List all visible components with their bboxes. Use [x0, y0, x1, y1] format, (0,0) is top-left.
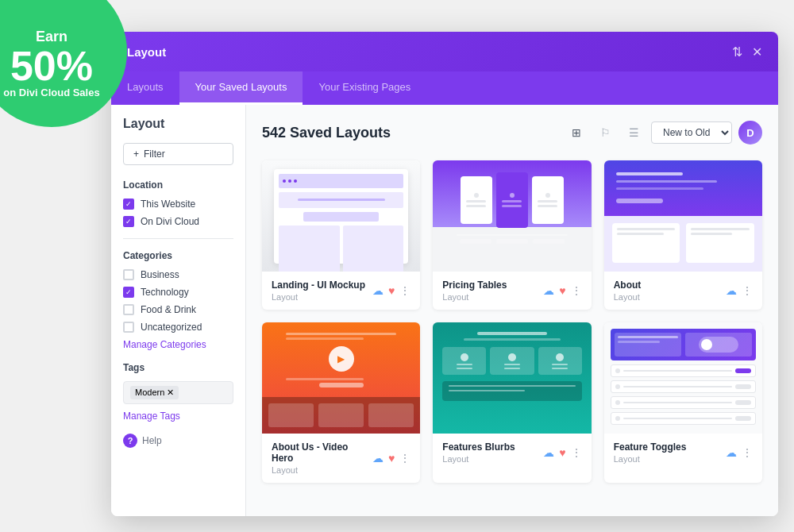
business-label: Business: [141, 269, 179, 280]
card1-cloud-icon[interactable]: ☁: [372, 284, 384, 297]
card4-type: Layout: [272, 465, 372, 475]
card3-more-icon[interactable]: ⋮: [742, 284, 753, 297]
location-title: Location: [123, 179, 233, 191]
card4-footer: About Us - Video Hero Layout ☁ ♥ ⋮: [262, 434, 420, 483]
modal-title: Layout: [127, 45, 732, 59]
card2-actions: ☁ ♥ ⋮: [543, 284, 581, 297]
card4-actions: ☁ ♥ ⋮: [372, 452, 410, 465]
play-button-icon: ▶: [329, 346, 354, 372]
view-controls: ⊞ ⚐ ☰ New to Old Old to New A-Z Z-A D: [565, 121, 762, 145]
manage-categories-link[interactable]: Manage Categories: [123, 339, 233, 350]
card5-cloud-icon[interactable]: ☁: [543, 446, 554, 459]
card2-preview: [433, 160, 591, 272]
card3-type: Layout: [614, 292, 726, 302]
card1-actions: ☁ ♥ ⋮: [372, 284, 410, 297]
card2-info: Pricing Tables Layout: [442, 279, 543, 302]
sort-icon[interactable]: ⇅: [732, 44, 742, 60]
filter-technology[interactable]: Technology: [123, 287, 233, 298]
modal-header: Layout ⇅ ✕: [111, 32, 778, 71]
card5-heart-icon[interactable]: ♥: [559, 446, 565, 459]
tab-existing-pages[interactable]: Your Existing Pages: [303, 71, 426, 105]
manage-tags-link[interactable]: Manage Tags: [123, 411, 233, 422]
user-avatar[interactable]: D: [738, 121, 762, 145]
checkbox-this-website[interactable]: [123, 199, 134, 210]
card-video-hero[interactable]: ▶ A: [262, 322, 420, 483]
filter-label: Filter: [144, 148, 165, 160]
card3-cloud-icon[interactable]: ☁: [726, 284, 737, 297]
card-landing-ui-mockup[interactable]: Landing - UI Mockup Layout ☁ ♥ ⋮: [262, 160, 420, 310]
card1-heart-icon[interactable]: ♥: [388, 284, 395, 297]
filter-uncategorized[interactable]: Uncategorized: [123, 322, 233, 333]
card4-more-icon[interactable]: ⋮: [399, 452, 410, 465]
divi-cloud-label: On Divi Cloud: [141, 216, 199, 227]
card5-name: Features Blurbs: [442, 441, 543, 453]
card2-heart-icon[interactable]: ♥: [559, 284, 565, 297]
food-drink-label: Food & Drink: [141, 304, 196, 315]
card5-more-icon[interactable]: ⋮: [571, 446, 582, 459]
grid-view-button[interactable]: ⊞: [565, 121, 588, 144]
card-about[interactable]: About Layout ☁ ⋮: [604, 160, 762, 310]
checkbox-divi-cloud[interactable]: [123, 216, 134, 227]
filter-this-website[interactable]: This Website: [123, 199, 233, 210]
help-button[interactable]: ? Help: [123, 434, 233, 448]
card1-preview: [262, 160, 420, 272]
card2-name: Pricing Tables: [442, 279, 543, 291]
header-icons: ⇅ ✕: [732, 44, 762, 60]
layout-grid: Landing - UI Mockup Layout ☁ ♥ ⋮: [262, 160, 762, 483]
uncategorized-label: Uncategorized: [141, 322, 202, 333]
earn-percent: 50%: [10, 45, 93, 87]
card1-info: Landing - UI Mockup Layout: [272, 279, 372, 302]
results-count: 542 Saved Layouts: [262, 125, 565, 141]
card2-more-icon[interactable]: ⋮: [571, 284, 582, 297]
card4-cloud-icon[interactable]: ☁: [372, 452, 384, 465]
list-view-button[interactable]: ☰: [622, 121, 645, 144]
card-pricing-tables[interactable]: Pricing Tables Layout ☁ ♥ ⋮: [433, 160, 591, 310]
card5-type: Layout: [442, 454, 543, 464]
filter-divi-cloud[interactable]: On Divi Cloud: [123, 216, 233, 227]
card3-footer: About Layout ☁ ⋮: [604, 272, 762, 310]
checkbox-uncategorized[interactable]: [123, 322, 134, 333]
help-icon: ?: [123, 434, 137, 448]
card4-heart-icon[interactable]: ♥: [388, 452, 395, 465]
content-area: Layout + Filter Location This Website On…: [111, 105, 778, 516]
card4-name: About Us - Video Hero: [272, 441, 372, 464]
card3-actions: ☁ ⋮: [726, 284, 753, 297]
card2-footer: Pricing Tables Layout ☁ ♥ ⋮: [433, 272, 591, 310]
card1-name: Landing - UI Mockup: [272, 279, 372, 291]
tags-title: Tags: [123, 362, 233, 373]
filter-button[interactable]: + Filter: [123, 143, 233, 165]
checkbox-food-drink[interactable]: [123, 304, 134, 315]
filter-business[interactable]: Business: [123, 269, 233, 280]
card-features-blurbs[interactable]: Features Blurbs Layout ☁ ♥ ⋮: [433, 322, 591, 483]
card6-type: Layout: [614, 454, 726, 464]
card-feature-toggles[interactable]: Feature Toggles Layout ☁ ⋮: [604, 322, 762, 483]
card6-cloud-icon[interactable]: ☁: [726, 446, 737, 459]
card2-cloud-icon[interactable]: ☁: [543, 284, 554, 297]
card6-more-icon[interactable]: ⋮: [742, 446, 753, 459]
earn-sub: on Divi Cloud Sales: [3, 87, 99, 98]
sort-select[interactable]: New to Old Old to New A-Z Z-A: [651, 121, 732, 144]
tags-input[interactable]: Modern ✕: [123, 381, 233, 404]
filter-food-drink[interactable]: Food & Drink: [123, 304, 233, 315]
checkbox-technology[interactable]: [123, 287, 134, 298]
card5-footer: Features Blurbs Layout ☁ ♥ ⋮: [433, 434, 591, 472]
main-header: 542 Saved Layouts ⊞ ⚐ ☰ New to Old Old t…: [262, 121, 762, 145]
bookmark-button[interactable]: ⚐: [594, 121, 616, 144]
tab-saved-layouts[interactable]: Your Saved Layouts: [179, 71, 303, 105]
card6-actions: ☁ ⋮: [726, 446, 753, 459]
card4-preview: ▶: [262, 322, 420, 434]
card6-info: Feature Toggles Layout: [614, 441, 726, 464]
card3-info: About Layout: [614, 279, 726, 302]
card6-footer: Feature Toggles Layout ☁ ⋮: [604, 434, 762, 472]
earn-badge: Earn 50% on Divi Cloud Sales: [0, 0, 127, 127]
card1-type: Layout: [272, 292, 372, 302]
card1-more-icon[interactable]: ⋮: [399, 284, 410, 297]
card6-name: Feature Toggles: [614, 441, 726, 453]
card4-info: About Us - Video Hero Layout: [272, 441, 372, 475]
categories-title: Categories: [123, 250, 233, 261]
card3-name: About: [614, 279, 726, 291]
close-icon[interactable]: ✕: [752, 44, 762, 60]
checkbox-business[interactable]: [123, 269, 134, 280]
card2-type: Layout: [442, 292, 543, 302]
modern-tag: Modern ✕: [130, 386, 179, 399]
